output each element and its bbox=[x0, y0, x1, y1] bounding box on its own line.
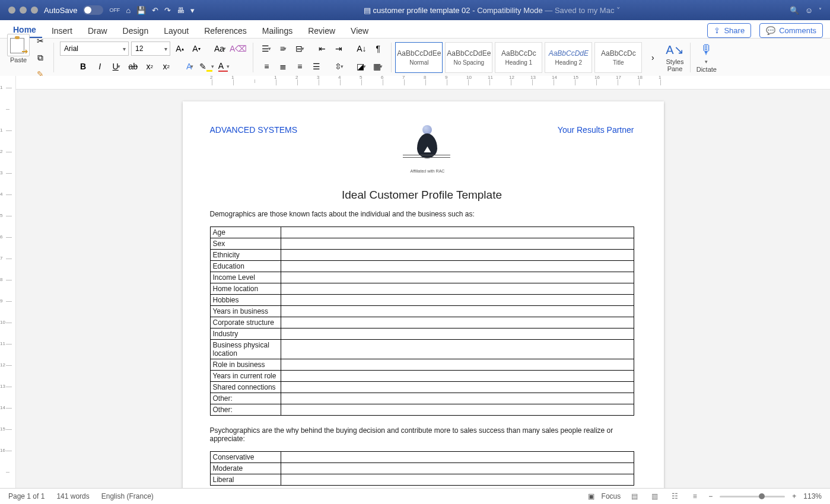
doc-icon: ▤ bbox=[364, 6, 373, 15]
share-icon: ⇪ bbox=[714, 26, 720, 35]
dictate-button[interactable]: 🎙▾ Dictate bbox=[694, 42, 719, 73]
text-effects-icon[interactable]: A▾ bbox=[183, 59, 197, 74]
sort-icon[interactable]: A↓ bbox=[354, 42, 368, 56]
clear-format-icon[interactable]: A⌫ bbox=[230, 42, 247, 56]
copy-icon[interactable]: ⧉ bbox=[33, 50, 47, 65]
table-row: Role in business bbox=[210, 359, 634, 371]
tab-design[interactable]: Design bbox=[117, 23, 155, 38]
align-right-icon[interactable]: ≡ bbox=[292, 59, 307, 74]
styles-gallery[interactable]: AaBbCcDdEeNormalAaBbCcDdEeNo SpacingAaBb… bbox=[395, 42, 642, 73]
language-indicator[interactable]: English (France) bbox=[101, 492, 154, 500]
table-row: Other: bbox=[210, 393, 634, 404]
document-name: customer profile template 02 bbox=[373, 6, 470, 15]
focus-icon[interactable]: ▣ bbox=[588, 492, 594, 500]
style-heading-2[interactable]: AaBbCcDdEHeading 2 bbox=[545, 42, 592, 73]
highlight-icon[interactable]: ✎▾ bbox=[199, 59, 214, 74]
autosave-toggle[interactable] bbox=[83, 5, 103, 15]
outline-view-icon[interactable]: ☷ bbox=[668, 492, 681, 500]
account-icon[interactable]: ☺ bbox=[805, 6, 813, 15]
tab-view[interactable]: View bbox=[345, 23, 374, 38]
style-title[interactable]: AaBbCcDcTitle bbox=[594, 42, 642, 73]
style-no-spacing[interactable]: AaBbCcDdEeNo Spacing bbox=[445, 42, 492, 73]
pilcrow-icon[interactable]: ¶ bbox=[371, 42, 385, 56]
zoom-out-icon[interactable]: − bbox=[708, 492, 713, 500]
font-size-select[interactable]: 12 bbox=[131, 42, 170, 56]
clipboard-group: Paste ✂ ⧉ ✎ bbox=[5, 34, 50, 81]
cut-icon[interactable]: ✂ bbox=[33, 34, 47, 48]
change-case-icon[interactable]: Aa▾ bbox=[213, 42, 227, 56]
page: ADVANCED SYSTEMS Affiliated with RAC You… bbox=[183, 101, 664, 489]
draft-view-icon[interactable]: ≡ bbox=[688, 492, 701, 500]
font-color-icon[interactable]: A▾ bbox=[217, 59, 231, 74]
undo-icon[interactable]: ↶ bbox=[152, 6, 158, 15]
redo-icon[interactable]: ↷ bbox=[164, 6, 171, 15]
tab-draw[interactable]: Draw bbox=[82, 23, 113, 38]
save-icon[interactable]: 💾 bbox=[136, 6, 146, 15]
status-bar: Page 1 of 1 141 words English (France) ▣… bbox=[0, 488, 830, 504]
table-row: Business physical location bbox=[210, 340, 634, 359]
styles-pane-label: Styles Pane bbox=[666, 58, 684, 72]
page-indicator[interactable]: Page 1 of 1 bbox=[8, 492, 44, 500]
tab-layout[interactable]: Layout bbox=[158, 23, 195, 38]
tab-insert[interactable]: Insert bbox=[46, 23, 78, 38]
table-row: Moderate bbox=[210, 463, 634, 474]
ribbon-tabs: HomeInsertDrawDesignLayoutReferencesMail… bbox=[0, 20, 830, 39]
more-icon[interactable]: ▾ bbox=[190, 6, 195, 15]
underline-button[interactable]: U▾ bbox=[109, 59, 123, 74]
autosave-state: OFF bbox=[109, 7, 120, 13]
psychographics-table: ConservativeModerateLiberal bbox=[210, 451, 634, 486]
intro-1: Demographics are those known facts about… bbox=[210, 210, 634, 218]
grow-font-icon[interactable]: A▴ bbox=[173, 42, 187, 56]
demographics-table: AgeSexEthnicityEducationIncome LevelHome… bbox=[210, 227, 634, 416]
tab-mailings[interactable]: Mailings bbox=[256, 23, 298, 38]
subscript-button[interactable]: x2 bbox=[142, 59, 157, 74]
font-size-value: 12 bbox=[135, 44, 143, 53]
comments-button[interactable]: 💬Comments bbox=[759, 23, 823, 38]
table-row: Liberal bbox=[210, 474, 634, 486]
table-row: Other: bbox=[210, 404, 634, 416]
superscript-button[interactable]: x2 bbox=[159, 59, 173, 74]
justify-icon[interactable]: ☰ bbox=[309, 59, 323, 74]
paste-button[interactable] bbox=[7, 34, 30, 56]
font-name-select[interactable]: Arial bbox=[60, 42, 129, 56]
home-icon[interactable]: ⌂ bbox=[126, 6, 131, 15]
autosave-label: AutoSave bbox=[44, 6, 77, 15]
share-button[interactable]: ⇪Share bbox=[707, 23, 751, 38]
logo-affiliation: Affiliated with RAC bbox=[411, 169, 445, 173]
print-icon[interactable]: 🖶 bbox=[177, 6, 185, 15]
multilevel-icon[interactable]: ⊟▾ bbox=[292, 42, 307, 56]
shrink-font-icon[interactable]: A▾ bbox=[189, 42, 203, 56]
line-spacing-icon[interactable]: ⇳▾ bbox=[332, 59, 346, 74]
table-row: Age bbox=[210, 227, 634, 238]
numbering-icon[interactable]: ≡▾ bbox=[276, 42, 290, 56]
table-row: Ethnicity bbox=[210, 250, 634, 261]
outdent-icon[interactable]: ⇤ bbox=[315, 42, 329, 56]
styles-chevron-icon[interactable]: › bbox=[645, 50, 660, 65]
web-layout-view-icon[interactable]: ▥ bbox=[648, 492, 661, 500]
zoom-value[interactable]: 113% bbox=[803, 492, 822, 500]
window-controls[interactable] bbox=[8, 7, 38, 14]
tab-references[interactable]: References bbox=[198, 23, 253, 38]
strike-button[interactable]: ab bbox=[126, 59, 140, 74]
styles-pane-button[interactable]: A↘ Styles Pane bbox=[663, 43, 686, 72]
bullets-icon[interactable]: ☰▾ bbox=[259, 42, 274, 56]
indent-icon[interactable]: ⇥ bbox=[332, 42, 346, 56]
account-chevron-icon[interactable]: ˅ bbox=[819, 7, 822, 14]
focus-label[interactable]: Focus bbox=[602, 492, 621, 500]
style-normal[interactable]: AaBbCcDdEeNormal bbox=[395, 42, 443, 73]
align-center-icon[interactable]: ≣ bbox=[276, 59, 290, 74]
italic-button[interactable]: I bbox=[93, 59, 107, 74]
print-layout-view-icon[interactable]: ▤ bbox=[628, 492, 641, 500]
bold-button[interactable]: B bbox=[76, 59, 90, 74]
word-count[interactable]: 141 words bbox=[56, 492, 89, 500]
align-left-icon[interactable]: ≡ bbox=[259, 59, 274, 74]
tab-review[interactable]: Review bbox=[302, 23, 341, 38]
zoom-slider[interactable] bbox=[720, 496, 785, 497]
borders-icon[interactable]: ▦▾ bbox=[371, 59, 385, 74]
style-heading-1[interactable]: AaBbCcDcHeading 1 bbox=[495, 42, 542, 73]
document-canvas[interactable]: ADVANCED SYSTEMS Affiliated with RAC You… bbox=[16, 90, 830, 489]
shading-icon[interactable]: ◪▾ bbox=[354, 59, 368, 74]
table-row: Income Level bbox=[210, 272, 634, 283]
search-icon[interactable]: 🔍 bbox=[790, 6, 799, 15]
zoom-in-icon[interactable]: + bbox=[792, 492, 796, 500]
